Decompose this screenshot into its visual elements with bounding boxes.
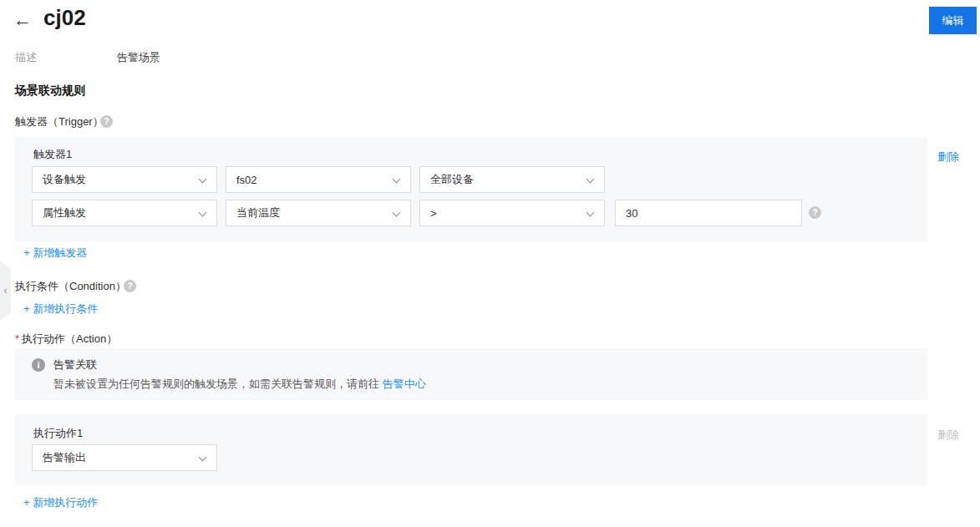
trigger-operator-select[interactable]: > bbox=[419, 200, 605, 226]
trigger-value-help-icon[interactable]: ? bbox=[809, 206, 821, 219]
trigger-field-label: 触发器（Trigger） bbox=[15, 114, 104, 129]
trigger-help-icon[interactable]: ? bbox=[100, 115, 113, 128]
action-field-label: *执行动作（Action） bbox=[15, 332, 117, 347]
trigger-product-value: fs02 bbox=[236, 174, 257, 186]
trigger-type-select[interactable]: 设备触发 bbox=[32, 166, 217, 193]
trigger-operator-value: > bbox=[430, 207, 437, 220]
trigger-type-value: 设备触发 bbox=[43, 172, 86, 187]
action-card-title: 执行动作1 bbox=[33, 426, 83, 441]
info-icon: i bbox=[32, 358, 45, 372]
trigger-mode-value: 属性触发 bbox=[43, 205, 86, 220]
scene-rule-page: ← cj02 编辑 描述 告警场景 场景联动规则 触发器（Trigger） ? … bbox=[0, 0, 980, 527]
chevron-down-icon bbox=[199, 209, 207, 217]
description-value: 告警场景 bbox=[117, 50, 160, 65]
chevron-down-icon bbox=[393, 209, 401, 217]
action-type-value: 告警输出 bbox=[43, 450, 86, 465]
action-card: 执行动作1 告警输出 bbox=[15, 414, 927, 485]
add-trigger-link[interactable]: + 新增触发器 bbox=[23, 246, 87, 261]
chevron-down-icon bbox=[393, 175, 401, 184]
add-action-link[interactable]: + 新增执行动作 bbox=[23, 495, 98, 510]
trigger-card-title: 触发器1 bbox=[33, 147, 72, 162]
add-condition-link[interactable]: + 新增执行条件 bbox=[23, 302, 98, 317]
action-field-label-text: 执行动作（Action） bbox=[22, 332, 117, 345]
trigger-delete-link[interactable]: 删除 bbox=[937, 149, 959, 165]
description-label: 描述 bbox=[15, 50, 37, 65]
chevron-down-icon bbox=[199, 175, 207, 184]
notice-text: 暂未被设置为任何告警规则的触发场景，如需关联告警规则，请前往 告警中心 bbox=[53, 377, 426, 392]
trigger-property-value: 当前温度 bbox=[236, 205, 280, 220]
condition-help-icon[interactable]: ? bbox=[124, 280, 136, 292]
chevron-down-icon bbox=[586, 209, 595, 217]
edit-button[interactable]: 编辑 bbox=[929, 7, 977, 34]
page-title: cj02 bbox=[43, 5, 86, 31]
trigger-product-select[interactable]: fs02 bbox=[226, 166, 411, 193]
section-title: 场景联动规则 bbox=[15, 84, 85, 99]
alert-association-notice: i 告警关联 暂未被设置为任何告警规则的触发场景，如需关联告警规则，请前往 告警… bbox=[15, 348, 927, 400]
trigger-value-text: 30 bbox=[626, 207, 637, 220]
chevron-down-icon bbox=[586, 175, 595, 184]
notice-text-body: 暂未被设置为任何告警规则的触发场景，如需关联告警规则，请前往 bbox=[53, 378, 383, 390]
notice-title: 告警关联 bbox=[53, 357, 97, 372]
trigger-property-select[interactable]: 当前温度 bbox=[226, 200, 411, 226]
alert-center-link[interactable]: 告警中心 bbox=[383, 378, 426, 390]
sidebar-collapse-handle[interactable]: ‹ bbox=[0, 261, 11, 321]
trigger-card: 触发器1 设备触发 fs02 全部设备 属性触发 当前温度 > 30 ? bbox=[15, 137, 927, 242]
trigger-value-input[interactable]: 30 bbox=[615, 200, 802, 226]
chevron-left-icon: ‹ bbox=[4, 285, 8, 296]
action-type-select[interactable]: 告警输出 bbox=[32, 444, 217, 471]
required-asterisk: * bbox=[15, 332, 19, 345]
trigger-device-select[interactable]: 全部设备 bbox=[419, 166, 605, 193]
chevron-down-icon bbox=[199, 454, 207, 462]
trigger-device-value: 全部设备 bbox=[430, 172, 474, 187]
action-delete-link-disabled: 删除 bbox=[937, 428, 959, 443]
back-arrow-icon[interactable]: ← bbox=[13, 8, 32, 32]
trigger-mode-select[interactable]: 属性触发 bbox=[32, 200, 217, 226]
condition-field-label: 执行条件（Condition） bbox=[15, 279, 126, 294]
